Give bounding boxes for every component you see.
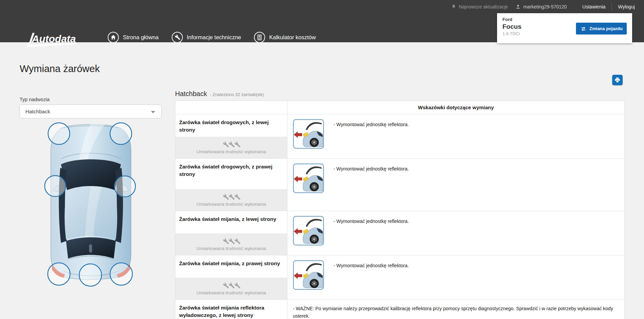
hotspot-front-left-light[interactable] bbox=[48, 123, 70, 144]
table-row: Żarówka świateł mijania reflektora wyład… bbox=[175, 300, 624, 319]
difficulty-wrench-icons bbox=[223, 193, 240, 201]
top-bar: Najnowsze aktualizacje marketing29-57012… bbox=[0, 0, 644, 13]
difficulty-label: Umiarkowana trudność wykonania bbox=[196, 202, 266, 207]
antenna bbox=[89, 244, 92, 253]
difficulty-label: Umiarkowana trudność wykonania bbox=[196, 149, 266, 154]
wrench-icon bbox=[234, 141, 241, 148]
main-nav: Strona główna Informacje techniczne Kalk… bbox=[108, 32, 316, 43]
vehicle-make: Ford bbox=[502, 17, 627, 23]
headlight-removal-thumbnail[interactable] bbox=[293, 119, 324, 149]
difficulty-cell: Umiarkowana trudność wykonania bbox=[175, 278, 287, 299]
replacement-instruction: - Wymontować jednostkę reflektora. bbox=[334, 218, 409, 225]
change-vehicle-button[interactable]: Zmiana pojazdu bbox=[576, 23, 627, 35]
replacement-instruction: - Wymontować jednostkę reflektora. bbox=[334, 121, 409, 129]
headlight-removal-thumbnail[interactable] bbox=[293, 260, 324, 290]
headlight-removal-thumbnail[interactable] bbox=[293, 216, 324, 246]
body-type-select[interactable]: Hatchback bbox=[20, 105, 162, 118]
car-top-view-figure bbox=[40, 118, 138, 288]
wrench-icon bbox=[234, 282, 241, 289]
user-account-link[interactable]: marketing29-570120 bbox=[515, 4, 566, 9]
bulb-table: Wskazówki dotyczące wymiany Żarówka świa… bbox=[175, 100, 625, 319]
hotspot-rear-center-light[interactable] bbox=[79, 264, 102, 286]
hotspot-front-right-light[interactable] bbox=[110, 123, 132, 144]
difficulty-label: Umiarkowana trudność wykonania bbox=[196, 290, 266, 295]
autodata-logo[interactable]: Autodata bbox=[24, 28, 81, 51]
windshield bbox=[61, 159, 121, 190]
nav-cost-calculator[interactable]: Kalkulator kosztów bbox=[254, 32, 316, 43]
calculator-icon bbox=[254, 32, 265, 43]
chevron-down-icon bbox=[151, 111, 155, 113]
difficulty-cell: Umiarkowana trudność wykonania bbox=[175, 189, 287, 211]
app-window: Najnowsze aktualizacje marketing29-57012… bbox=[0, 0, 644, 319]
table-header-instructions: Wskazówki dotyczące wymiany bbox=[287, 101, 624, 114]
table-header-row: Wskazówki dotyczące wymiany bbox=[175, 101, 624, 114]
bulb-title: Żarówka świateł mijania reflektora wyład… bbox=[175, 300, 287, 319]
bulb-title: Żarówka świateł drogowych, z prawej stro… bbox=[175, 159, 287, 189]
latest-updates-label: Najnowsze aktualizacje bbox=[459, 4, 508, 9]
table-row: Żarówka świateł mijania, z prawej strony… bbox=[175, 255, 624, 300]
bell-icon bbox=[451, 4, 456, 9]
table-row: Żarówka świateł drogowych, z prawej stro… bbox=[175, 159, 624, 211]
difficulty-cell: Umiarkowana trudność wykonania bbox=[175, 137, 287, 158]
page-title: Wymiana żarówek bbox=[20, 63, 100, 74]
settings-link[interactable]: Ustawienia bbox=[582, 4, 605, 9]
hotspot-left-mirror-light[interactable] bbox=[45, 176, 66, 197]
hotspot-rear-right-light[interactable] bbox=[110, 263, 132, 285]
swap-arrows-icon bbox=[580, 25, 587, 32]
difficulty-wrench-icons bbox=[223, 141, 240, 148]
user-icon bbox=[515, 4, 521, 9]
replacement-instruction: - WAŻNE: Po wymianie należy przeprowadzi… bbox=[293, 305, 619, 319]
logo-text: Autodata bbox=[31, 33, 76, 44]
wrench-icon bbox=[234, 238, 241, 245]
printer-icon bbox=[614, 77, 621, 83]
logout-link[interactable]: Wyloguj bbox=[618, 4, 635, 9]
username-label: marketing29-570120 bbox=[523, 4, 566, 9]
results-body-type: Hatchback bbox=[175, 90, 207, 98]
difficulty-wrench-icons bbox=[223, 282, 240, 289]
results-heading: Hatchback - Znaleziono 32 żarówki(ek) bbox=[175, 90, 264, 98]
replacement-instruction: - Wymontować jednostkę reflektora. bbox=[334, 262, 409, 270]
bulb-title: Żarówka świateł mijania, z prawej strony bbox=[175, 255, 287, 278]
results-count: - Znaleziono 32 żarówki(ek) bbox=[210, 92, 264, 97]
wrench-icon bbox=[172, 32, 183, 43]
home-icon bbox=[108, 32, 119, 43]
bulb-title: Żarówka świateł drogowych, z lewej stron… bbox=[175, 114, 287, 137]
topbar-divider bbox=[611, 3, 612, 10]
headlight-removal-thumbnail[interactable] bbox=[293, 163, 324, 193]
body-type-value: Hatchback bbox=[25, 109, 50, 115]
body-type-label: Typ nadwozia bbox=[20, 97, 50, 102]
replacement-instruction: - Wymontować jednostkę reflektora. bbox=[334, 165, 409, 173]
difficulty-wrench-icons bbox=[223, 238, 240, 245]
latest-updates-link[interactable]: Najnowsze aktualizacje bbox=[451, 4, 508, 9]
nav-home[interactable]: Strona główna bbox=[108, 32, 159, 43]
difficulty-label: Umiarkowana trudność wykonania bbox=[196, 246, 266, 251]
vehicle-card: Ford Focus 1.6 TDCi Zmiana pojazdu bbox=[497, 13, 632, 43]
hotspot-right-mirror-light[interactable] bbox=[114, 176, 135, 197]
wrench-icon bbox=[234, 193, 241, 201]
table-row: Żarówka świateł drogowych, z lewej stron… bbox=[175, 114, 624, 159]
print-button[interactable] bbox=[612, 75, 623, 85]
table-header-empty-cell bbox=[175, 101, 287, 114]
table-row: Żarówka świateł mijania, z lewej strony … bbox=[175, 211, 624, 255]
nav-technical-info[interactable]: Informacje techniczne bbox=[172, 32, 241, 43]
bulb-title: Żarówka świateł mijania, z lewej strony bbox=[175, 211, 287, 233]
difficulty-cell: Umiarkowana trudność wykonania bbox=[175, 233, 287, 255]
hotspot-rear-left-light[interactable] bbox=[48, 263, 70, 285]
